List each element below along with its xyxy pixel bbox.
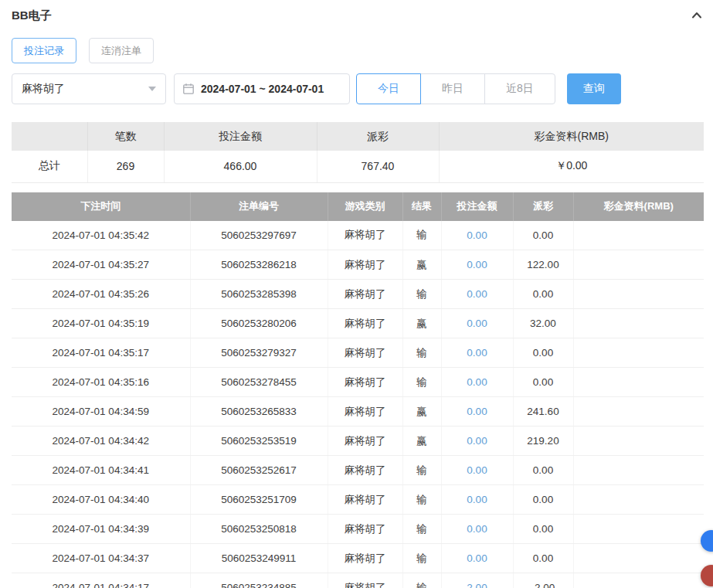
cell-result: 输 <box>402 338 441 368</box>
cell-game-type: 麻将胡了 <box>328 427 402 456</box>
table-row: 2024-07-01 04:34:42 5060253253519 麻将胡了 赢… <box>12 427 704 456</box>
cell-result: 输 <box>402 515 441 544</box>
cell-game-type: 麻将胡了 <box>328 309 402 338</box>
summary-total-bet: 466.00 <box>164 151 317 182</box>
cell-game-type: 麻将胡了 <box>328 456 402 485</box>
cell-result: 输 <box>402 280 441 309</box>
cell-bonus <box>573 368 704 397</box>
cell-bet-time: 2024-07-01 04:35:26 <box>12 280 190 309</box>
cell-bonus <box>573 485 704 515</box>
bet-amount-link[interactable]: 0.00 <box>467 259 487 270</box>
cell-result: 输 <box>402 456 441 485</box>
quick-date-group: 今日 昨日 近8日 <box>356 73 555 104</box>
game-select[interactable]: 麻将胡了 <box>12 73 166 104</box>
cell-bonus <box>573 338 704 368</box>
bet-amount-link[interactable]: 0.00 <box>467 523 487 535</box>
quick-date-today[interactable]: 今日 <box>356 73 421 104</box>
summary-total-count: 269 <box>87 151 164 182</box>
quick-date-yesterday[interactable]: 昨日 <box>420 73 485 104</box>
cell-order-id: 5060253249911 <box>190 544 328 573</box>
cell-payout: 241.60 <box>513 397 573 427</box>
summary-header-blank <box>12 122 87 151</box>
table-row: 2024-07-01 04:34:39 5060253250818 麻将胡了 输… <box>12 515 704 544</box>
header-bet-amount: 投注金额 <box>441 192 513 221</box>
cell-game-type: 麻将胡了 <box>328 250 402 280</box>
cell-result: 输 <box>402 368 441 397</box>
bet-amount-link[interactable]: 0.00 <box>467 347 487 359</box>
table-row: 2024-07-01 04:35:17 5060253279327 麻将胡了 输… <box>12 338 704 368</box>
bet-amount-link[interactable]: 0.00 <box>467 376 487 388</box>
cell-game-type: 麻将胡了 <box>328 221 402 250</box>
cell-result: 输 <box>402 544 441 573</box>
bet-amount-link[interactable]: 0.00 <box>467 318 487 329</box>
cell-payout: 122.00 <box>513 250 573 280</box>
table-row: 2024-07-01 04:34:59 5060253265833 麻将胡了 赢… <box>12 397 704 427</box>
cell-game-type: 麻将胡了 <box>328 515 402 544</box>
cell-bonus <box>573 427 704 456</box>
cell-game-type: 麻将胡了 <box>328 397 402 427</box>
date-range-picker[interactable]: 2024-07-01 ~ 2024-07-01 <box>174 73 350 104</box>
cell-payout: 32.00 <box>513 309 573 338</box>
cell-bet-time: 2024-07-01 04:35:17 <box>12 338 190 368</box>
cell-bet-time: 2024-07-01 04:34:17 <box>12 573 190 588</box>
cell-order-id: 5060253278455 <box>190 368 328 397</box>
cell-bet-amount: 0.00 <box>441 397 513 427</box>
calendar-icon <box>182 83 195 95</box>
table-row: 2024-07-01 04:35:16 5060253278455 麻将胡了 输… <box>12 368 704 397</box>
cell-game-type: 麻将胡了 <box>328 338 402 368</box>
cell-bet-time: 2024-07-01 04:34:41 <box>12 456 190 485</box>
table-row: 2024-07-01 04:35:19 5060253280206 麻将胡了 赢… <box>12 309 704 338</box>
quick-date-last8days[interactable]: 近8日 <box>484 73 555 104</box>
cell-result: 输 <box>402 221 441 250</box>
bet-amount-link[interactable]: 0.00 <box>467 552 487 564</box>
cell-bet-amount: 0.00 <box>441 515 513 544</box>
bet-amount-link[interactable]: 0.00 <box>467 288 487 300</box>
cell-bet-time: 2024-07-01 04:34:37 <box>12 544 190 573</box>
cell-result: 赢 <box>402 427 441 456</box>
header-result: 结果 <box>402 192 441 221</box>
cell-bet-amount: 0.00 <box>441 427 513 456</box>
cell-order-id: 5060253297697 <box>190 221 328 250</box>
cell-order-id: 5060253279327 <box>190 338 328 368</box>
filter-bar: 麻将胡了 2024-07-01 ~ 2024-07-01 今日 昨日 近8日 查… <box>12 73 704 104</box>
cell-bet-amount: 0.00 <box>441 544 513 573</box>
summary-header-count: 笔数 <box>87 122 164 151</box>
cell-payout: 0.00 <box>513 338 573 368</box>
cell-bonus <box>573 221 704 250</box>
cell-bet-time: 2024-07-01 04:34:39 <box>12 515 190 544</box>
cell-payout: 0.00 <box>513 368 573 397</box>
bet-amount-link[interactable]: 2.00 <box>467 582 487 588</box>
cell-bet-amount: 0.00 <box>441 456 513 485</box>
cell-game-type: 麻将胡了 <box>328 280 402 309</box>
cell-payout: 0.00 <box>513 221 573 250</box>
cell-bet-amount: 2.00 <box>441 573 513 588</box>
search-button[interactable]: 查询 <box>567 73 621 104</box>
tab-bet-records[interactable]: 投注记录 <box>12 38 76 63</box>
summary-header-bonus: 彩金资料(RMB) <box>439 122 704 151</box>
cell-bet-time: 2024-07-01 04:34:42 <box>12 427 190 456</box>
table-row: 2024-07-01 04:34:41 5060253252617 麻将胡了 输… <box>12 456 704 485</box>
cell-order-id: 5060253265833 <box>190 397 328 427</box>
bet-amount-link[interactable]: 0.00 <box>467 494 487 505</box>
cell-bet-amount: 0.00 <box>441 368 513 397</box>
bet-amount-link[interactable]: 0.00 <box>467 464 487 476</box>
bet-records-panel: BB电子 投注记录 连消注单 麻将胡了 2024-07-01 ~ 2024-07… <box>0 0 713 588</box>
cell-bonus <box>573 280 704 309</box>
bet-table-header-row: 下注时间 注单编号 游戏类别 结果 投注金额 派彩 彩金资料(RMB) <box>12 192 704 221</box>
bet-amount-link[interactable]: 0.00 <box>467 406 487 417</box>
bet-amount-link[interactable]: 0.00 <box>467 435 487 447</box>
cell-bet-amount: 0.00 <box>441 280 513 309</box>
date-range-value: 2024-07-01 ~ 2024-07-01 <box>201 83 324 95</box>
cell-game-type: 麻将胡了 <box>328 368 402 397</box>
header-payout: 派彩 <box>513 192 573 221</box>
cell-payout: -2.00 <box>513 573 573 588</box>
bet-amount-link[interactable]: 0.00 <box>467 229 487 241</box>
cell-game-type: 麻将胡了 <box>328 544 402 573</box>
cell-bonus <box>573 515 704 544</box>
table-row: 2024-07-01 04:35:42 5060253297697 麻将胡了 输… <box>12 221 704 250</box>
table-row: 2024-07-01 04:35:27 5060253286218 麻将胡了 赢… <box>12 250 704 280</box>
cell-payout: 0.00 <box>513 515 573 544</box>
tab-cancelled-orders[interactable]: 连消注单 <box>89 38 154 63</box>
chevron-up-icon[interactable] <box>690 8 704 22</box>
summary-table: 笔数 投注金额 派彩 彩金资料(RMB) 总计 269 466.00 767.4… <box>12 122 704 183</box>
